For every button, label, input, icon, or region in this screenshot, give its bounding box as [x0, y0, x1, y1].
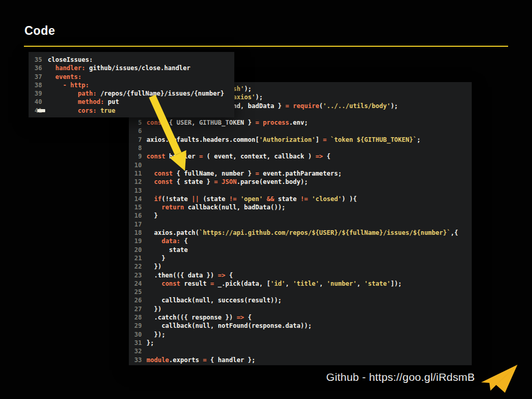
code-line: 25 [132, 288, 472, 296]
line-number: 20 [132, 246, 142, 254]
line-number: 27 [132, 305, 142, 313]
code-line: 18 axios.patch(`https://api.github.com/r… [132, 229, 472, 237]
code-line: 5const { USER, GITHUB_TOKEN } = process.… [132, 118, 472, 127]
code-text: data: { [147, 237, 188, 245]
code-line: 23 .then(({ data }) => { [132, 271, 472, 280]
code-line: 17 [132, 220, 472, 229]
line-number: 36 [32, 64, 42, 72]
code-line: 36 handler: github/issues/close.handler [32, 64, 234, 72]
line-number: 12 [132, 178, 142, 186]
code-text: callback(null, notFound(response.data)); [147, 322, 312, 330]
line-number: 37 [32, 73, 42, 81]
line-number: 14 [132, 195, 142, 203]
code-text: path: /repos/{fullName}/issues/{number} [48, 89, 224, 98]
code-line: 8 [132, 144, 472, 152]
code-line: 22 }) [132, 262, 472, 271]
code-line: 41 cors: true [32, 107, 234, 115]
line-number: 32 [132, 347, 142, 355]
line-number: 24 [132, 280, 142, 288]
code-line: 7axios.defaults.headers.common['Authoriz… [132, 136, 472, 144]
code-line: 33module.exports = { handler }; [132, 356, 472, 364]
brand-logo-icon [480, 364, 518, 394]
code-text: state [147, 246, 188, 254]
line-number: 16 [132, 211, 142, 220]
line-number: 28 [132, 313, 142, 322]
line-number: 39 [32, 89, 42, 98]
line-number: 30 [132, 330, 142, 339]
code-text: closeIssues: [48, 56, 93, 64]
line-number: 10 [132, 161, 142, 169]
code-line: 11 const { fullName, number } = event.pa… [132, 169, 472, 178]
code-text: callback(null, success(result)); [147, 296, 282, 304]
code-line: 40 method: put [32, 98, 234, 106]
code-line: 38 - http: [32, 81, 234, 89]
line-number: 33 [132, 356, 142, 364]
code-line: 26 callback(null, success(result)); [132, 296, 472, 304]
code-text: const { fullName, number } = event.pathP… [147, 169, 342, 178]
code-line: 35closeIssues: [32, 56, 234, 64]
code-line: 29 callback(null, notFound(response.data… [132, 322, 472, 330]
code-text: .then(({ data }) => { [147, 271, 233, 280]
line-number: 15 [132, 203, 142, 211]
code-line: 27 }) [132, 305, 472, 313]
code-line: 13 [132, 187, 472, 195]
line-number: 6 [132, 127, 142, 135]
line-number: 23 [132, 271, 142, 280]
line-number: 22 [132, 262, 142, 271]
code-text: .catch(({ response }) => { [147, 313, 251, 322]
code-line: 10 [132, 161, 472, 169]
code-text: const handler = ( event, context, callba… [147, 152, 330, 161]
line-number: 13 [132, 187, 142, 195]
code-text: if(!state || (state != 'open' && state !… [147, 195, 357, 203]
code-text: axios.defaults.headers.common['Authoriza… [147, 136, 420, 144]
line-number: 17 [132, 220, 142, 229]
line-number: 7 [132, 136, 142, 144]
line-number: 8 [132, 144, 142, 152]
code-line: 31}; [132, 339, 472, 347]
code-line: 32 [132, 347, 472, 355]
code-line: 12 const { state } = JSON.parse(event.bo… [132, 178, 472, 186]
code-text: } [147, 211, 158, 220]
code-line: 6 [132, 127, 472, 135]
code-line: 15 return callback(null, badData()); [132, 203, 472, 211]
code-text: events: [48, 73, 82, 81]
code-text: cors: true [48, 107, 115, 115]
code-text: }; [147, 339, 154, 347]
line-number: 26 [132, 296, 142, 304]
line-number: 35 [32, 56, 42, 64]
code-line: 24 const result = _.pick(data, ['id', 't… [132, 280, 472, 288]
code-line: 16 } [132, 211, 472, 220]
cursor-indicator [37, 109, 45, 112]
code-text: const { state } = JSON.parse(event.body)… [147, 178, 308, 186]
code-line: 19 data: { [132, 237, 472, 245]
code-line: 20 state [132, 246, 472, 254]
code-window-js: 1const _ = require('lodash');2const axio… [129, 82, 472, 365]
line-number: 11 [132, 169, 142, 178]
line-number: 38 [32, 81, 42, 89]
line-number: 18 [132, 229, 142, 237]
line-number: 40 [32, 98, 42, 106]
code-line: 14 if(!state || (state != 'open' && stat… [132, 195, 472, 203]
code-window-yaml: 35closeIssues:36 handler: github/issues/… [29, 52, 234, 117]
code-text: - http: [48, 81, 89, 89]
code-text: method: put [48, 98, 119, 106]
line-number: 19 [132, 237, 142, 245]
code-text: module.exports = { handler }; [147, 356, 256, 364]
code-line: 21 } [132, 254, 472, 262]
code-text: return callback(null, badData()); [147, 203, 285, 211]
footer-link-text: Github - https://goo.gl/iRdsmB [326, 371, 475, 383]
line-number: 25 [132, 288, 142, 296]
line-number: 9 [132, 152, 142, 161]
code-line: 37 events: [32, 73, 234, 81]
code-text: const { USER, GITHUB_TOKEN } = process.e… [147, 118, 308, 127]
code-line: 9const handler = ( event, context, callb… [132, 152, 472, 161]
line-number: 5 [132, 118, 142, 127]
code-text: }) [147, 305, 162, 313]
code-text: const result = _.pick(data, ['id', 'titl… [147, 280, 402, 288]
code-text: } [147, 254, 165, 262]
slide-title: Code [24, 24, 55, 38]
code-text: }); [147, 330, 165, 339]
line-number: 31 [132, 339, 142, 347]
code-text: handler: github/issues/close.handler [48, 64, 191, 72]
line-number: 29 [132, 322, 142, 330]
